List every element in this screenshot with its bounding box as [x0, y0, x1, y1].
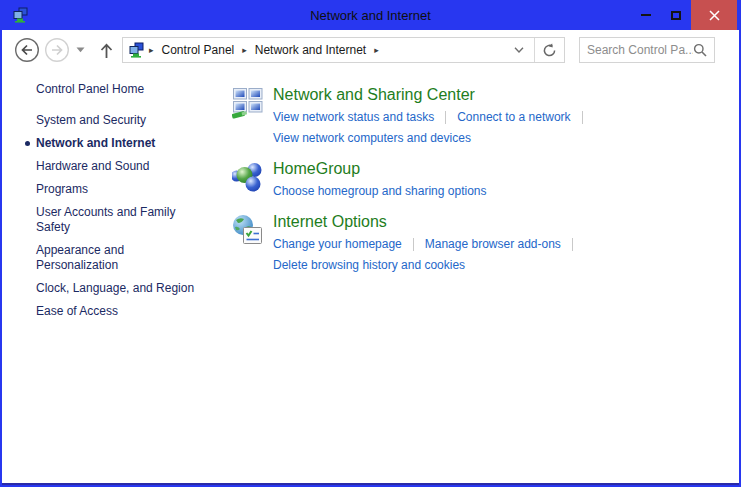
navigation-toolbar: ▸ Control Panel ▸ Network and Internet ▸	[2, 30, 739, 70]
chevron-down-icon	[514, 47, 524, 53]
network-sharing-center-icon[interactable]	[232, 86, 264, 150]
sidebar-item-clock-language-region[interactable]: Clock, Language, and Region	[36, 281, 196, 296]
sidebar-item-hardware-and-sound[interactable]: Hardware and Sound	[36, 159, 196, 174]
link-connect-to-network[interactable]: Connect to a network	[457, 110, 570, 124]
link-manage-browser-addons[interactable]: Manage browser add-ons	[425, 237, 561, 251]
active-item-bullet	[25, 141, 30, 146]
task-link-row: Change your homepage Manage browser add-…	[273, 235, 584, 253]
sidebar-item-ease-of-access[interactable]: Ease of Access	[36, 304, 196, 319]
breadcrumb-network-and-internet[interactable]: Network and Internet	[250, 43, 371, 57]
task-link-row: Choose homegroup and sharing options	[273, 182, 486, 200]
sidebar-item-network-and-internet[interactable]: Network and Internet	[36, 136, 196, 151]
section-body: HomeGroup Choose homegroup and sharing o…	[273, 160, 486, 203]
forward-button[interactable]	[44, 37, 70, 63]
breadcrumb-chevron-icon[interactable]: ▸	[146, 45, 157, 55]
link-choose-homegroup-options[interactable]: Choose homegroup and sharing options	[273, 184, 486, 198]
link-delete-browsing-history[interactable]: Delete browsing history and cookies	[273, 258, 465, 272]
link-view-network-status[interactable]: View network status and tasks	[273, 110, 434, 124]
maximize-button[interactable]	[661, 0, 691, 30]
sidebar-item-system-and-security[interactable]: System and Security	[36, 113, 196, 128]
address-bar-buttons	[504, 38, 564, 62]
section-body: Network and Sharing Center View network …	[273, 86, 594, 150]
link-separator	[413, 238, 414, 251]
breadcrumb-control-panel[interactable]: Control Panel	[157, 43, 240, 57]
back-button[interactable]	[14, 37, 40, 63]
link-change-homepage[interactable]: Change your homepage	[273, 237, 402, 251]
close-button[interactable]	[691, 0, 737, 30]
minimize-button[interactable]	[631, 0, 661, 30]
sidebar-item-programs[interactable]: Programs	[36, 182, 196, 197]
link-separator	[572, 238, 573, 251]
back-arrow-icon	[14, 37, 40, 63]
up-button[interactable]	[99, 42, 114, 59]
sidebar-item-label: Network and Internet	[36, 136, 155, 150]
sidebar-item-appearance[interactable]: Appearance and Personalization	[36, 243, 196, 273]
content-area: Control Panel Home System and Security N…	[2, 70, 739, 485]
address-dropdown-button[interactable]	[504, 47, 534, 53]
homegroup-icon[interactable]	[232, 160, 264, 203]
close-icon	[709, 10, 720, 21]
minimize-icon	[641, 14, 651, 16]
task-link-row: View network status and tasks Connect to…	[273, 108, 594, 126]
sidebar: Control Panel Home System and Security N…	[2, 70, 206, 485]
task-link-row: Delete browsing history and cookies	[273, 256, 584, 274]
main-panel: Network and Sharing Center View network …	[232, 70, 594, 485]
section-network-sharing-center: Network and Sharing Center View network …	[232, 86, 594, 150]
address-location-icon	[128, 42, 144, 58]
section-title[interactable]: Internet Options	[273, 213, 584, 231]
refresh-icon	[542, 43, 557, 58]
link-view-network-computers[interactable]: View network computers and devices	[273, 131, 471, 145]
search-icon[interactable]	[693, 43, 707, 57]
link-separator	[445, 111, 446, 124]
breadcrumb-chevron-icon[interactable]: ▸	[371, 45, 382, 55]
task-link-row: View network computers and devices	[273, 129, 594, 147]
breadcrumb-chevron-icon[interactable]: ▸	[239, 45, 250, 55]
link-separator	[582, 111, 583, 124]
section-title[interactable]: Network and Sharing Center	[273, 86, 594, 104]
search-input[interactable]	[587, 43, 693, 57]
network-window-icon	[12, 7, 28, 23]
title-bar: Network and Internet	[2, 0, 739, 30]
control-panel-window: Network and Internet	[0, 0, 741, 487]
section-internet-options: Internet Options Change your homepage Ma…	[232, 213, 594, 277]
chevron-down-icon	[76, 47, 85, 53]
forward-arrow-icon	[44, 37, 70, 63]
address-bar[interactable]: ▸ Control Panel ▸ Network and Internet ▸	[122, 37, 565, 63]
internet-options-icon[interactable]	[232, 213, 264, 277]
section-body: Internet Options Change your homepage Ma…	[273, 213, 584, 277]
refresh-button[interactable]	[534, 38, 564, 62]
window-title: Network and Internet	[2, 8, 739, 23]
section-homegroup: HomeGroup Choose homegroup and sharing o…	[232, 160, 594, 203]
sidebar-item-user-accounts[interactable]: User Accounts and Family Safety	[36, 205, 196, 235]
sidebar-item-control-panel-home[interactable]: Control Panel Home	[36, 82, 206, 96]
recent-pages-dropdown[interactable]	[76, 47, 85, 53]
window-controls	[631, 0, 739, 30]
section-title[interactable]: HomeGroup	[273, 160, 486, 178]
maximize-icon	[671, 11, 681, 20]
search-box	[579, 37, 715, 63]
up-arrow-icon	[99, 42, 114, 59]
